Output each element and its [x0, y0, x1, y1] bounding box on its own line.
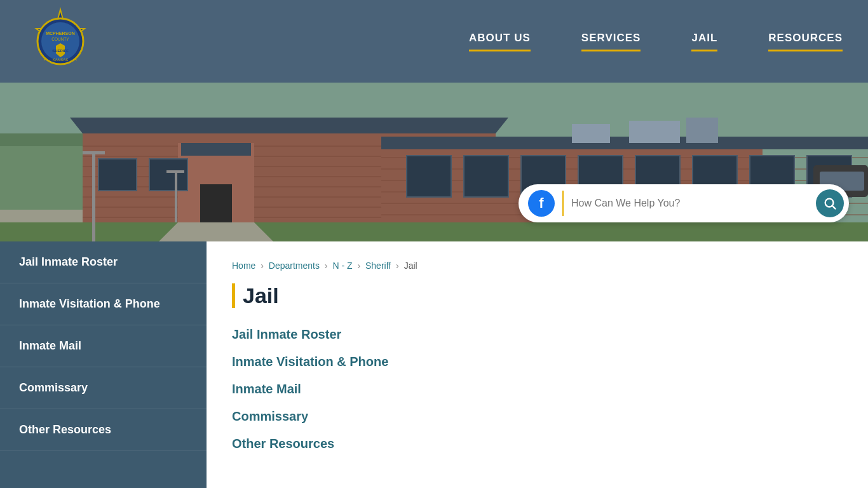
content-link-inmate-mail-text[interactable]: Inmate Mail	[232, 382, 301, 396]
nav-link-about-us[interactable]: ABOUT US	[469, 32, 531, 50]
breadcrumb-departments[interactable]: Departments	[269, 261, 320, 271]
sidebar: Jail Inmate Roster Inmate Visitation & P…	[0, 241, 207, 488]
breadcrumb-current: Jail	[404, 261, 417, 271]
nav-item-about-us[interactable]: ABOUT US	[469, 32, 531, 51]
breadcrumb-sep-1: ›	[261, 261, 266, 271]
nav-link-resources[interactable]: RESOURCES	[768, 32, 843, 50]
nav-underline-resources	[768, 50, 843, 51]
breadcrumb-sheriff[interactable]: Sheriff	[365, 261, 391, 271]
svg-rect-55	[166, 170, 184, 173]
search-divider	[562, 191, 564, 216]
search-button[interactable]	[816, 189, 844, 217]
nav-underline-jail	[691, 50, 717, 51]
logo-container[interactable]: MCPHERSON COUNTY SHERIFF KANSAS	[25, 6, 95, 76]
sidebar-link-jail-inmate-roster[interactable]: Jail Inmate Roster	[19, 255, 118, 268]
svg-rect-26	[149, 159, 187, 191]
nav-underline-services	[581, 50, 641, 51]
breadcrumb-sep-2: ›	[325, 261, 330, 271]
nav-item-jail[interactable]: JAIL	[691, 32, 717, 51]
svg-text:KANSAS: KANSAS	[53, 58, 68, 62]
svg-line-57	[832, 206, 836, 209]
svg-rect-36	[407, 156, 451, 197]
svg-rect-46	[629, 121, 680, 143]
content-link-other-resources-text[interactable]: Other Resources	[232, 437, 334, 451]
svg-text:COUNTY: COUNTY	[51, 37, 69, 41]
sidebar-item-commissary[interactable]: Commissary	[0, 367, 207, 409]
content-link-inmate-visitation-phone-text[interactable]: Inmate Visitation & Phone	[232, 355, 388, 369]
sidebar-item-inmate-visitation-phone[interactable]: Inmate Visitation & Phone	[0, 283, 207, 325]
nav-item-services[interactable]: SERVICES	[581, 32, 641, 51]
svg-rect-25	[98, 159, 137, 191]
sidebar-link-other-resources[interactable]: Other Resources	[19, 423, 111, 436]
site-header: MCPHERSON COUNTY SHERIFF KANSAS ABOUT US…	[0, 0, 868, 83]
svg-text:MCPHERSON: MCPHERSON	[46, 31, 75, 36]
sidebar-item-inmate-mail[interactable]: Inmate Mail	[0, 325, 207, 367]
nav-menu: ABOUT US SERVICES JAIL RESOURCES	[469, 32, 843, 51]
svg-rect-48	[0, 222, 868, 241]
svg-rect-37	[464, 156, 508, 197]
nav-link-services[interactable]: SERVICES	[581, 32, 641, 50]
content-link-jail-inmate-roster-text[interactable]: Jail Inmate Roster	[232, 327, 341, 341]
page-title: Jail	[232, 283, 843, 308]
search-input[interactable]	[571, 198, 816, 209]
hero-image: f	[0, 83, 868, 241]
breadcrumb-nz[interactable]: N - Z	[332, 261, 352, 271]
sidebar-link-inmate-mail[interactable]: Inmate Mail	[19, 339, 81, 352]
nav-link-jail[interactable]: JAIL	[691, 32, 717, 50]
sidebar-link-commissary[interactable]: Commissary	[19, 381, 88, 394]
sidebar-link-inmate-visitation-phone[interactable]: Inmate Visitation & Phone	[19, 297, 160, 310]
svg-marker-22	[70, 118, 508, 133]
svg-rect-24	[181, 143, 251, 156]
svg-rect-54	[175, 172, 177, 222]
breadcrumb-sep-3: ›	[357, 261, 363, 271]
search-bar: f	[519, 184, 849, 222]
content-link-commissary-text[interactable]: Commissary	[232, 409, 308, 423]
search-icon	[823, 196, 837, 210]
content-link-inmate-visitation-phone[interactable]: Inmate Visitation & Phone	[232, 355, 843, 369]
sidebar-item-jail-inmate-roster[interactable]: Jail Inmate Roster	[0, 241, 207, 283]
breadcrumb: Home › Departments › N - Z › Sheriff › J…	[232, 261, 843, 271]
main-nav: ABOUT US SERVICES JAIL RESOURCES	[469, 32, 843, 51]
facebook-button[interactable]: f	[528, 190, 555, 217]
svg-rect-52	[92, 152, 95, 241]
main-content: Jail Inmate Roster Inmate Visitation & P…	[0, 241, 868, 488]
breadcrumb-sep-4: ›	[396, 261, 402, 271]
nav-underline-about-us	[469, 50, 531, 51]
svg-rect-47	[686, 118, 718, 143]
svg-rect-44	[381, 137, 868, 149]
svg-marker-49	[159, 222, 273, 241]
content-link-inmate-mail[interactable]: Inmate Mail	[232, 382, 843, 396]
sidebar-item-other-resources[interactable]: Other Resources	[0, 409, 207, 451]
svg-rect-45	[572, 124, 610, 143]
breadcrumb-home[interactable]: Home	[232, 261, 255, 271]
content-links: Jail Inmate Roster Inmate Visitation & P…	[232, 327, 843, 451]
content-link-other-resources[interactable]: Other Resources	[232, 437, 843, 451]
svg-rect-53	[83, 151, 105, 154]
facebook-icon: f	[539, 195, 543, 212]
content-link-jail-inmate-roster[interactable]: Jail Inmate Roster	[232, 327, 843, 342]
content-area: Home › Departments › N - Z › Sheriff › J…	[207, 241, 868, 488]
content-link-commissary[interactable]: Commissary	[232, 409, 843, 424]
nav-item-resources[interactable]: RESOURCES	[768, 32, 843, 51]
sheriff-badge-logo: MCPHERSON COUNTY SHERIFF KANSAS	[25, 6, 95, 76]
svg-point-56	[825, 199, 834, 207]
svg-text:SHERIFF: SHERIFF	[52, 49, 69, 53]
